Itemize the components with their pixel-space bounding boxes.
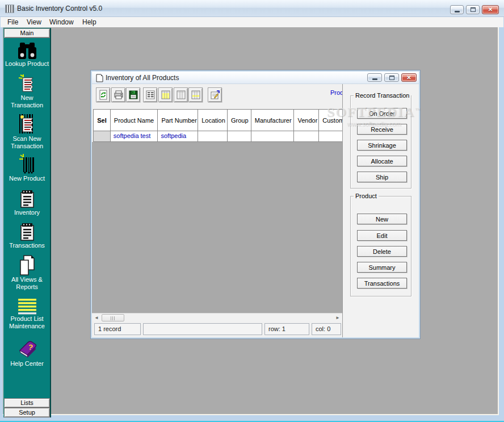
sidebar-item-scan-new-transaction[interactable]: Scan New Transaction — [4, 113, 50, 150]
grid-row-button[interactable] — [188, 87, 203, 102]
menu-help[interactable]: Help — [81, 18, 98, 26]
save-icon — [128, 90, 138, 100]
column-header-part-number[interactable]: Part Number — [158, 110, 198, 131]
sidebar-item-label: Transactions — [5, 242, 49, 249]
sidebar-item-product-list-maintenance[interactable]: Product List Maintenance — [4, 298, 50, 330]
sidebar-item-transactions[interactable]: Transactions — [4, 223, 50, 249]
restore-icon — [389, 76, 394, 80]
status-spare-panel — [143, 323, 262, 335]
cell-customer[interactable] — [319, 131, 342, 141]
grip-icon — [111, 316, 116, 320]
column-header-location[interactable]: Location — [198, 110, 228, 131]
menu-view[interactable]: View — [25, 18, 43, 26]
scan-receipt-icon — [17, 113, 37, 135]
notepad-icon — [19, 223, 35, 241]
cell-product-name[interactable]: softpedia test — [111, 131, 158, 141]
product-link[interactable]: Product — [330, 89, 342, 96]
refresh-icon — [98, 90, 108, 100]
minimize-icon — [455, 11, 460, 12]
sidebar-item-label: All Views & Reports — [5, 276, 49, 291]
striped-list-icon — [17, 298, 37, 315]
maximize-icon — [471, 7, 476, 12]
status-row-indicator: row: 1 — [264, 323, 309, 335]
sidebar-item-help-center[interactable]: ? Help Center — [4, 338, 50, 367]
horizontal-scrollbar[interactable]: ◄ ► — [92, 313, 342, 321]
sidebar-setup-button[interactable]: Setup — [4, 408, 50, 417]
close-button[interactable]: ✕ — [482, 5, 499, 14]
inventory-table: Sel Product Name Part Number Location Gr… — [93, 109, 342, 142]
new-receipt-icon — [18, 74, 36, 94]
cell-part-number[interactable]: softpedia — [158, 131, 198, 141]
documents-icon — [18, 255, 36, 275]
child-minimize-button[interactable] — [367, 73, 382, 82]
child-close-button[interactable]: ✕ — [401, 73, 417, 82]
sidebar-item-label: Lookup Product — [5, 60, 49, 68]
binoculars-icon — [18, 43, 37, 60]
sidebar-item-label: New Transaction — [5, 94, 49, 109]
scroll-right-arrow-icon[interactable]: ► — [334, 314, 342, 321]
application-window: Basic Inventory Control v5.0 ✕ File View… — [0, 0, 504, 422]
grid-highlight-button[interactable] — [158, 87, 173, 102]
sidebar: Main Lookup Product — [3, 28, 51, 417]
grid-plain-button[interactable] — [174, 87, 188, 102]
scroll-left-arrow-icon[interactable]: ◄ — [93, 314, 100, 321]
grid-plain-icon — [176, 90, 186, 100]
sidebar-item-lookup-product[interactable]: Lookup Product — [4, 43, 50, 68]
product-transactions-button[interactable]: Transactions — [357, 278, 407, 289]
minimize-icon — [372, 78, 377, 80]
ship-button[interactable]: Ship — [357, 172, 407, 182]
delete-product-button[interactable]: Delete — [357, 246, 407, 257]
column-header-manufacturer[interactable]: Manufacturer — [251, 110, 295, 131]
properties-button[interactable] — [208, 87, 222, 102]
child-restore-button[interactable] — [384, 73, 399, 82]
inventory-window-titlebar[interactable]: Inventory of All Products ✕ — [92, 72, 419, 84]
main-titlebar[interactable]: Basic Inventory Control v5.0 ✕ — [0, 0, 504, 17]
edit-product-button[interactable]: Edit — [357, 230, 407, 241]
allocate-button[interactable]: Allocate — [357, 156, 407, 166]
status-record-count: 1 record — [94, 323, 141, 335]
new-product-button[interactable]: New — [357, 214, 407, 224]
product-group-title: Product — [354, 193, 379, 199]
sidebar-item-all-views-reports[interactable]: All Views & Reports — [4, 255, 50, 291]
sidebar-item-inventory[interactable]: Inventory — [4, 190, 50, 216]
on-order-button[interactable]: On Order — [357, 108, 407, 119]
refresh-button[interactable] — [96, 87, 110, 102]
inventory-window-title: Inventory of All Products — [106, 74, 179, 82]
column-header-customer[interactable]: Customer — [319, 110, 342, 131]
menu-window[interactable]: Window — [48, 18, 75, 26]
sidebar-item-label: Scan New Transaction — [5, 135, 49, 150]
inventory-table-zone: Sel Product Name Part Number Location Gr… — [92, 106, 342, 313]
properties-icon — [210, 90, 220, 100]
help-book-icon: ? — [16, 338, 38, 360]
column-header-sel[interactable]: Sel — [94, 110, 111, 131]
maximize-button[interactable] — [466, 5, 480, 14]
menu-bar: File View Window Help — [1, 17, 503, 27]
sidebar-lists-button[interactable]: Lists — [4, 398, 50, 408]
cell-location[interactable] — [198, 131, 228, 141]
cell-vendor[interactable] — [294, 131, 319, 141]
save-button[interactable] — [126, 87, 140, 102]
close-icon: ✕ — [406, 75, 411, 81]
cell-manufacturer[interactable] — [251, 131, 295, 141]
sidebar-main-button[interactable]: Main — [4, 28, 50, 38]
column-header-group[interactable]: Group — [228, 110, 251, 131]
table-row[interactable]: softpedia test softpedia — [94, 131, 342, 141]
sidebar-item-new-product[interactable]: New Product — [4, 154, 50, 182]
column-header-vendor[interactable]: Vendor — [294, 110, 319, 131]
cell-group[interactable] — [228, 131, 251, 141]
list-view-button[interactable] — [143, 87, 157, 102]
cell-sel[interactable] — [94, 131, 111, 141]
summary-button[interactable]: Summary — [357, 262, 407, 273]
shrinkage-button[interactable]: Shrinkage — [357, 140, 407, 151]
sidebar-item-new-transaction[interactable]: New Transaction — [4, 74, 50, 109]
receive-button[interactable]: Receive — [357, 124, 407, 135]
minimize-button[interactable] — [450, 5, 464, 14]
record-transaction-group-title: Record Transaction — [354, 92, 411, 99]
column-header-product-name[interactable]: Product Name — [111, 110, 158, 131]
close-icon: ✕ — [488, 7, 493, 12]
menu-file[interactable]: File — [6, 18, 20, 26]
notepad-icon — [19, 190, 35, 208]
scrollbar-thumb[interactable] — [102, 314, 124, 321]
print-button[interactable] — [111, 87, 125, 102]
status-bar: 1 record row: 1 col: 0 — [92, 321, 342, 337]
